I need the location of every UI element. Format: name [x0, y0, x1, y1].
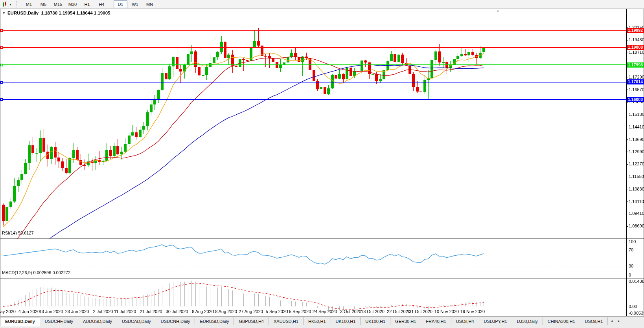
price-tick-label: 1.12990 — [629, 149, 644, 154]
symbol-tab-uk100-h1[interactable]: UK100,H1 — [361, 317, 390, 325]
date-axis-label: 4 Jun 2020 — [18, 309, 40, 314]
macd-indicator-label: MACD(12,26,9) 0.002596 0.002272 — [2, 270, 70, 275]
rsi-tick-label: 70 — [629, 247, 633, 252]
symbol-tab-usdcnh-daily[interactable]: USDCNH,Daily — [156, 317, 195, 325]
price-tick-label: 1.19430 — [629, 37, 644, 42]
chart-title: ▼EURUSD,Daily 1.18730 1.19054 1.18644 1.… — [2, 11, 110, 15]
price-tick-label: 1.09410 — [629, 211, 644, 216]
price-tick-label: 1.08690 — [629, 224, 644, 228]
toolbar-grip[interactable] — [16, 1, 18, 7]
rsi-tick-label: 100 — [629, 239, 636, 244]
price-tick-label: 1.16570 — [629, 87, 644, 92]
toolbar-separator — [111, 1, 111, 7]
symbol-tab-xauusd-h1[interactable]: XAUUSD,H1 — [269, 317, 304, 325]
symbol-period-label: EURUSD,Daily — [7, 11, 39, 15]
timeframe-button-m5[interactable]: M5 — [37, 0, 50, 8]
rsi-tick-label: 0 — [629, 273, 631, 277]
symbol-tab-dj30-daily[interactable]: DJ30,Daily — [512, 317, 543, 325]
price-tick-label: 1.11550 — [629, 174, 644, 179]
symbol-tab-uk100-h1[interactable]: UK100,H1 — [331, 317, 361, 325]
chart-type-icon[interactable] — [1, 1, 9, 8]
symbol-tab-bar: EURUSD,DailyUSDCHF,DailyAUDUSD,DailyUSDC… — [0, 316, 644, 328]
timeframe-button-mn[interactable]: MN — [143, 0, 156, 8]
rsi-tick-label: 30 — [629, 264, 633, 268]
date-axis-label: 21 Jul 2020 — [140, 309, 162, 314]
price-tick-label: 1.18710 — [629, 50, 644, 55]
date-axis-label: 11 Jul 2020 — [114, 309, 136, 314]
hline-price-badge: 1.19992 — [627, 28, 644, 33]
timeframe-button-m15[interactable]: M15 — [51, 0, 65, 8]
hline-price-badge: 1.16003 — [627, 97, 644, 102]
date-axis-label: 22 Oct 2020 — [387, 309, 410, 314]
date-axis-label: 3 Oct 2020 — [340, 309, 361, 314]
date-axis-label: 18 Aug 2020 — [213, 309, 237, 314]
symbol-tab-eurusd-daily[interactable]: EURUSD,Daily — [0, 317, 40, 326]
chevron-down-icon[interactable]: ▼ — [9, 3, 12, 6]
date-axis-label: 13 Jun 2020 — [39, 309, 63, 314]
date-axis-label: 15 Sep 2020 — [287, 309, 311, 314]
hline-price-badge: 1.19008 — [627, 45, 644, 50]
timeframe-button-m1[interactable]: M1 — [22, 0, 36, 8]
symbol-tab-audusd-daily[interactable]: AUDUSD,Daily — [78, 317, 117, 325]
symbol-tab-ger30-h1[interactable]: GER30,H1 — [390, 317, 421, 325]
rsi-indicator-label: RSI(14) 59.6127 — [2, 231, 34, 235]
chart-window: ▼EURUSD,Daily 1.18730 1.19054 1.18644 1.… — [0, 9, 644, 316]
date-axis-label: 19 Nov 2020 — [460, 309, 485, 314]
timeframe-button-m30[interactable]: M30 — [66, 0, 79, 8]
timeframe-button-h4[interactable]: H4 — [95, 0, 109, 8]
date-axis-label: 24 Sep 2020 — [313, 309, 337, 314]
symbol-tab-gbpusd-h4[interactable]: GBPUSD,H4 — [234, 317, 269, 325]
macd-tick-label: 0.00 — [629, 304, 637, 309]
price-tick-label: 1.13690 — [629, 137, 644, 142]
date-axis-label: 8 Aug 2020 — [192, 309, 214, 314]
symbol-tab-usdchf-daily[interactable]: USDCHF,Daily — [40, 317, 78, 325]
symbol-tab-usdjpy-h1[interactable]: USDJPY,H1 — [479, 317, 512, 325]
timeframe-button-d1[interactable]: D1 — [114, 0, 127, 8]
symbol-tab-china300-h1[interactable]: CHINA300,H1 — [543, 317, 580, 325]
chart-shift-marker-icon[interactable]: ▼ — [496, 9, 500, 13]
price-tick-label: 1.17290 — [629, 75, 644, 79]
timeframe-button-h1[interactable]: H1 — [80, 0, 94, 8]
symbol-tab-hk50-h1[interactable]: HK50,H1 — [304, 317, 331, 325]
price-tick-label: 1.10830 — [629, 187, 644, 191]
symbol-tab-eurusd-daily[interactable]: EURUSD,Daily — [195, 317, 234, 325]
date-axis-label: 23 Jun 2020 — [65, 309, 89, 314]
hline-price-badge: 1.17998 — [627, 62, 644, 68]
timeframe-button-w1[interactable]: W1 — [128, 0, 142, 8]
price-tick-label: 1.12270 — [629, 161, 644, 166]
date-axis-label: 26 May 2020 — [0, 309, 16, 314]
date-axis-label: 5 Sep 2020 — [266, 309, 288, 314]
date-axis-label: 13 Oct 2020 — [361, 309, 385, 314]
macd-tick-label: 0.014384 — [629, 279, 644, 284]
symbol-tab-fra40-h1[interactable]: FRA40,H1 — [421, 317, 451, 325]
date-axis-label: 2 Jul 2020 — [93, 309, 113, 314]
tab-scroll-right-button[interactable]: ► — [615, 317, 622, 325]
date-axis-label: 30 Jul 2020 — [166, 309, 188, 314]
collapse-triangle-icon[interactable]: ▼ — [2, 11, 6, 15]
price-tick-label: 1.10110 — [629, 199, 644, 204]
symbol-tab-usoil-h4[interactable]: USOil,H4 — [451, 317, 479, 325]
hline-price-badge: 1.17014 — [627, 79, 644, 84]
ohlc-label: 1.18730 1.19054 1.18644 1.19005 — [41, 11, 110, 15]
date-axis-label: 10 Nov 2020 — [434, 309, 459, 314]
macd-tick-label: -0.005396 — [629, 311, 644, 315]
symbol-tab-usdcad-daily[interactable]: USDCAD,Daily — [117, 317, 156, 325]
date-axis-label: 31 Oct 2020 — [409, 309, 432, 314]
symbol-tab-usoil-h1[interactable]: USOil,H1 — [580, 317, 608, 325]
date-axis-label: 27 Aug 2020 — [239, 309, 263, 314]
timeframe-toolbar: ▼ M1M5M15M30H1H4D1W1MN — [0, 0, 644, 9]
price-tick-label: 1.15130 — [629, 112, 644, 117]
price-chart-canvas[interactable] — [0, 9, 644, 316]
tab-scroll-left-button[interactable]: ◄ — [608, 317, 615, 325]
price-tick-label: 1.14410 — [629, 125, 644, 129]
